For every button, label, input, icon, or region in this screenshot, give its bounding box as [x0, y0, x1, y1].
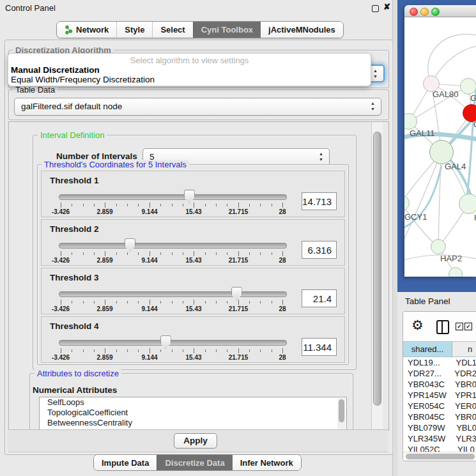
- apply-button[interactable]: Apply: [174, 433, 217, 449]
- node-table: ⚙ ✓ ✓ shared... n YDL19...YDL1YDR27...YD…: [403, 311, 476, 461]
- tab-label: Cyni Toolbox: [201, 25, 253, 35]
- table-row[interactable]: YBL079WYBL0: [403, 422, 476, 433]
- algorithm-dropdown-popup: Select algorithm to view settings Manual…: [8, 54, 371, 86]
- interval-definition-title: Interval Definition: [38, 130, 107, 140]
- slider-tick-labels: -3.426 2.859 9.144 15.43 21.715 28: [61, 257, 282, 264]
- threshold-row: Threshold 4 -3.426 2.859 9.144 15.43 21.…: [41, 316, 345, 363]
- attributes-group-title: Attributes to discretize: [35, 369, 121, 378]
- numerical-attributes-label: Numerical Attributes: [33, 385, 117, 395]
- checkbox-icon[interactable]: ✓: [464, 323, 472, 330]
- scrollbar-thumb[interactable]: [373, 132, 381, 406]
- slider-ticks: [61, 251, 282, 257]
- node-label: GAL4: [445, 162, 466, 171]
- network-node[interactable]: [460, 78, 476, 95]
- scrollbar-thumb[interactable]: [406, 454, 475, 459]
- table-row[interactable]: YER054CYER0: [403, 401, 476, 411]
- dropdown-option-equal-width[interactable]: Equal Width/Frequency Discretization: [11, 75, 155, 84]
- threshold-label: Threshold 2: [50, 224, 99, 234]
- threshold-slider-handle[interactable]: [184, 190, 195, 203]
- threshold-slider-track[interactable]: [59, 243, 287, 249]
- control-panel: Control Panel ✘ Network Style Select Cyn…: [0, 0, 397, 476]
- numerical-attributes-list[interactable]: SelfLoopsTopologicalCoefficientBetweenne…: [39, 397, 347, 431]
- threshold-slider-track[interactable]: [59, 291, 287, 297]
- table-row[interactable]: YPR145WYPR1: [403, 390, 476, 401]
- column-layout-icon[interactable]: [436, 320, 449, 334]
- list-item[interactable]: TopologicalCoefficient: [40, 408, 346, 418]
- dropdown-option-manual[interactable]: Manual Discretization: [11, 65, 100, 75]
- tab-label: Network: [76, 25, 109, 35]
- tab-discretize-data[interactable]: Discretize Data: [157, 455, 232, 470]
- threshold-label: Threshold 1: [50, 176, 99, 185]
- node-label: GCY1: [404, 212, 427, 222]
- tab-label: Style: [125, 25, 144, 35]
- gear-icon[interactable]: ⚙: [411, 318, 424, 333]
- table-row[interactable]: YLR345WYLR3: [403, 433, 476, 444]
- tab-select[interactable]: Select: [152, 22, 192, 38]
- network-icon: [65, 25, 73, 35]
- threshold-row: Threshold 1 -3.426 2.859 9.144 15.43 21.…: [41, 171, 345, 217]
- tab-label: jActiveMNodules: [268, 25, 335, 35]
- tab-network[interactable]: Network: [57, 22, 116, 38]
- threshold-label: Threshold 4: [50, 321, 99, 331]
- table-data-value: galFiltered.sif default node: [21, 102, 122, 111]
- threshold-row: Threshold 3 -3.426 2.859 9.144 15.43 21.…: [41, 268, 345, 314]
- checkbox-icon[interactable]: ✓: [456, 323, 463, 330]
- node-label: G: [470, 93, 476, 103]
- threshold-slider-handle[interactable]: [125, 238, 135, 252]
- tab-label: Infer Network: [240, 458, 293, 468]
- threshold-slider-handle[interactable]: [231, 287, 242, 300]
- close-icon[interactable]: ✘: [383, 2, 390, 12]
- node-table-body: YDL19...YDL1YDR27...YDR2YBR043CYBR0YPR14…: [403, 357, 476, 455]
- table-hscrollbar[interactable]: [403, 452, 476, 461]
- threshold-value-field[interactable]: 6.316: [302, 241, 337, 259]
- zoom-traffic-light-icon[interactable]: [431, 8, 440, 16]
- threshold-value-field[interactable]: 14.713: [302, 192, 337, 210]
- table-row[interactable]: YBR043CYBR0: [403, 379, 476, 390]
- table-row[interactable]: YBR045CYBR0: [403, 411, 476, 422]
- network-node[interactable]: [449, 267, 463, 277]
- network-window-titlebar: [404, 5, 476, 17]
- tab-jactivemnodules[interactable]: jActiveMNodules: [261, 22, 343, 38]
- tab-label: Select: [160, 25, 185, 35]
- list-item[interactable]: SelfLoops: [40, 397, 346, 408]
- threshold-slider-track[interactable]: [59, 340, 287, 346]
- network-node[interactable]: [431, 239, 446, 254]
- list-scrollbar[interactable]: [337, 398, 346, 431]
- slider-ticks: [61, 348, 282, 354]
- node-label: HAP2: [440, 254, 462, 263]
- combo-arrows-icon: ▲▼: [373, 68, 378, 79]
- threshold-slider-track[interactable]: [59, 194, 287, 200]
- threshold-slider-handle[interactable]: [160, 335, 171, 349]
- control-panel-titlebar: Control Panel ✘: [0, 0, 397, 17]
- float-window-icon[interactable]: [372, 5, 379, 12]
- bottom-tabbar: Impute Data Discretize Data Infer Networ…: [93, 454, 302, 471]
- table-panel-region: Table Panel ⚙ ✓ ✓ shared... n YDL19...YD…: [397, 292, 476, 476]
- slider-ticks: [61, 300, 282, 305]
- settings-viewport: Interval Definition Number of Intervals …: [8, 121, 389, 431]
- network-canvas[interactable]: GAL80GCGAL11GAL4GCY1HHAP2: [404, 17, 476, 277]
- threshold-value-field[interactable]: 21.4: [302, 289, 337, 307]
- tab-style[interactable]: Style: [116, 22, 152, 38]
- close-traffic-light-icon[interactable]: [410, 8, 418, 16]
- table-row[interactable]: YDL19...YDL1: [403, 357, 476, 368]
- network-node[interactable]: [429, 140, 454, 164]
- network-node[interactable]: [459, 194, 476, 214]
- column-header-name[interactable]: n: [452, 342, 476, 357]
- combo-arrows-icon: ▲▼: [319, 151, 323, 162]
- minimize-traffic-light-icon[interactable]: [420, 8, 429, 16]
- list-item[interactable]: BetweennessCentrality: [40, 418, 346, 428]
- node-label: GAL80: [433, 89, 458, 99]
- tab-infer-network[interactable]: Infer Network: [233, 455, 301, 470]
- threshold-label: Threshold 3: [50, 273, 99, 282]
- settings-scrollbar[interactable]: [371, 122, 383, 429]
- threshold-value-field[interactable]: 11.344: [302, 338, 337, 356]
- column-header-shared-name[interactable]: shared...: [403, 342, 452, 357]
- table-data-combobox[interactable]: galFiltered.sif default node ▲▼: [14, 98, 381, 116]
- combo-arrows-icon: ▲▼: [371, 100, 375, 112]
- table-row[interactable]: YDR27...YDR2: [403, 368, 476, 379]
- tab-impute-data[interactable]: Impute Data: [94, 455, 157, 470]
- table-toolbar: ⚙ ✓ ✓: [403, 312, 476, 341]
- thresholds-group-title: Threshold's Coordinates for 5 Intervals: [42, 160, 189, 169]
- tab-cyni-toolbox[interactable]: Cyni Toolbox: [193, 22, 261, 38]
- slider-tick-labels: -3.426 2.859 9.144 15.43 21.715 28: [61, 305, 282, 312]
